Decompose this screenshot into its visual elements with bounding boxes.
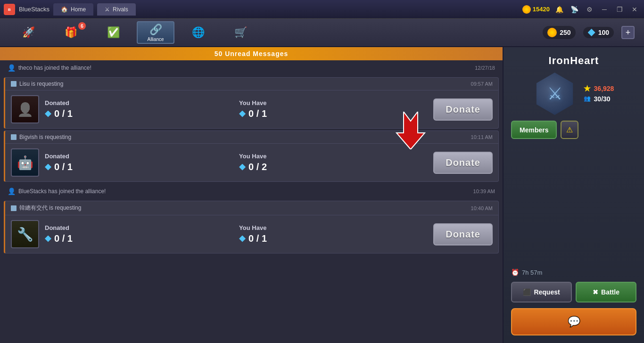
tab-home-label: Home (71, 6, 86, 13)
close-button[interactable]: ✕ (629, 4, 640, 15)
donated-count-lisu: 0 / 1 (45, 108, 73, 119)
donated-count-korean: 0 / 1 (45, 233, 73, 244)
donated-gem-korean (45, 236, 51, 242)
request-icon-bigvish (11, 134, 17, 140)
have-gem-lisu (239, 111, 246, 117)
join-time-bluestacks: 10:39 AM (473, 188, 495, 194)
have-col-lisu: You Have 0 / 1 (239, 99, 267, 119)
tab-rivals[interactable]: ⚔ Rivals (97, 3, 136, 16)
battle-button[interactable]: ✖ Battle (576, 282, 636, 302)
coin-icon (522, 5, 531, 14)
unit-avatar-lisu (11, 95, 39, 123)
requester-lisu-text: Lisu is requesting (19, 81, 63, 87)
emblem-action-row: Members ⚠ (511, 121, 636, 139)
alliance-icon: 🔗 (149, 24, 162, 36)
chat-feed[interactable]: 50 Unread Messages 👤 theco has joined th… (0, 47, 503, 343)
battle-icon: ✖ (593, 288, 598, 296)
members-button[interactable]: Members (511, 121, 557, 139)
donated-gem-lisu (45, 111, 51, 117)
timer-icon: ⏰ (511, 269, 519, 276)
nav-bar: 🚀 🎁 6 ✅ 🔗 Alliance 🌐 🛒 250 100 (0, 19, 644, 47)
home-icon: 🏠 (61, 6, 68, 13)
timer-value: 7h 57m (522, 269, 542, 276)
tab-rivals-label: Rivals (113, 6, 128, 13)
shop-icon: 🛒 (234, 26, 247, 39)
request-button[interactable]: ⬛ Request (511, 282, 572, 302)
notification-button[interactable]: 🔔 (553, 4, 565, 15)
request-time-lisu: 09:57 AM (471, 81, 493, 87)
join-message-bluestacks: 👤 BlueStacks has joined the alliance! 10… (0, 184, 503, 199)
stream-button[interactable]: 📡 (569, 4, 580, 15)
request-icon-korean (11, 205, 17, 211)
nav-right: 250 100 + (543, 26, 635, 39)
donated-val-korean: 0 / 1 (54, 233, 73, 244)
alliance-name: IronHeart (511, 55, 636, 67)
unit-avatar-korean (11, 220, 39, 248)
settings-button[interactable]: ⚙ (584, 4, 595, 15)
have-count-korean: 0 / 1 (239, 233, 267, 244)
have-count-lisu: 0 / 1 (239, 108, 267, 119)
join-text-bluestacks: 👤 BlueStacks has joined the alliance! (8, 188, 106, 195)
donated-gem-bigvish (45, 164, 51, 171)
have-label-lisu: You Have (239, 99, 267, 106)
chat-icon: 💬 (568, 316, 580, 328)
restore-button[interactable]: ❐ (614, 4, 625, 15)
alliance-emblem-row: ⚔ 36,928 👥 30/30 (511, 73, 636, 115)
nav-item-check[interactable]: ✅ (94, 21, 132, 44)
rivals-icon: ⚔ (105, 6, 110, 13)
gift-icon: 🎁 (65, 26, 77, 39)
donate-button-bigvish[interactable]: Donate (433, 152, 493, 174)
nav-item-alliance[interactable]: 🔗 Alliance (137, 21, 174, 44)
donated-col-korean: Donated 0 / 1 (45, 224, 73, 244)
have-label-korean: You Have (239, 224, 267, 231)
gem-currency: 100 (583, 27, 614, 38)
request-time-korean: 10:40 AM (471, 205, 493, 211)
donate-info-bigvish: Donated 0 / 1 You Have 0 / 2 (45, 152, 493, 174)
power-row: 36,928 (584, 85, 614, 92)
gold-value: 250 (560, 29, 570, 36)
tab-home[interactable]: 🏠 Home (53, 3, 93, 16)
check-icon: ✅ (107, 26, 120, 39)
svg-text:B: B (8, 8, 11, 12)
requester-bigvish: Bigvish is requesting (11, 134, 71, 140)
donate-info-korean: Donated 0 / 1 You Have 0 / 1 (45, 223, 493, 245)
content-area: 50 Unread Messages 👤 theco has joined th… (0, 47, 644, 343)
request-time-bigvish: 10:11 AM (471, 134, 493, 140)
have-count-bigvish: 0 / 2 (239, 162, 267, 172)
nav-item-shop[interactable]: 🛒 (222, 21, 259, 44)
app-name: BlueStacks (19, 6, 50, 13)
have-gem-korean (239, 236, 246, 242)
join-message-text-1: theco has joined the alliance! (18, 65, 91, 71)
have-val-korean: 0 / 1 (248, 233, 267, 244)
donate-button-lisu[interactable]: Donate (433, 98, 493, 121)
nav-item-gift[interactable]: 🎁 6 (52, 21, 90, 44)
panel-spacer (511, 145, 636, 263)
minimize-button[interactable]: ─ (599, 4, 610, 15)
person-icon-bluestacks: 👤 (8, 188, 16, 195)
members-row: 👥 30/30 (584, 95, 614, 103)
warning-button[interactable]: ⚠ (561, 121, 578, 139)
request-icon: ⬛ (523, 288, 531, 296)
bluestacks-logo: B (4, 4, 15, 15)
unread-banner: 50 Unread Messages (0, 47, 503, 60)
alliance-stats: 36,928 👥 30/30 (584, 85, 614, 103)
nav-item-map[interactable]: 🌐 (179, 21, 217, 44)
request-header-korean: 韓總有交代 is requesting 10:40 AM (5, 201, 498, 215)
svg-marker-2 (396, 112, 425, 149)
chat-button[interactable]: 💬 (511, 308, 636, 335)
battle-label: Battle (601, 288, 619, 296)
title-bar-left: B BlueStacks 🏠 Home ⚔ Rivals (4, 3, 522, 16)
donated-col-bigvish: Donated 0 / 1 (45, 153, 73, 172)
members-icon: 👥 (584, 95, 591, 103)
emblem-bg: ⚔ (534, 73, 576, 115)
nav-item-troop[interactable]: 🚀 (9, 21, 47, 44)
donated-label-bigvish: Donated (45, 153, 73, 160)
join-message-1: 👤 theco has joined the alliance! 12/27/1… (0, 60, 503, 75)
add-currency-button[interactable]: + (621, 26, 635, 39)
donate-button-korean[interactable]: Donate (433, 223, 493, 245)
gift-badge: 6 (78, 22, 86, 30)
request-card-korean: 韓總有交代 is requesting 10:40 AM Donated 0 /… (4, 201, 499, 253)
map-icon: 🌐 (192, 26, 205, 39)
members-value: 30/30 (594, 95, 611, 103)
gem-value: 100 (598, 29, 609, 36)
